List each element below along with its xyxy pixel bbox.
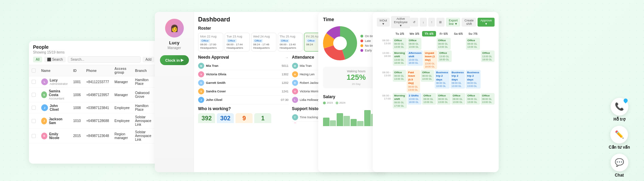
people-panel: People Showing 15/19 items All ⬛ Search … <box>29 41 158 164</box>
shift-cell[interactable]: Office 08:00 GL 13:00 GL <box>466 93 480 105</box>
schedule-day-header: Th 4/5 <box>422 31 436 36</box>
row-branch: Oakwood Grove <box>132 88 154 102</box>
shift-cell[interactable]: Office 08:00 GL 13:00 GL <box>437 93 451 105</box>
row-name: J John Clivel <box>38 102 70 114</box>
schedule-grid: Tu 2/5We 3/5Th 4/5Fr 5/5Sa 6/5Su 7/5 08:… <box>377 31 495 161</box>
shift-cell[interactable]: Office 13:00 GL 18:00 GL <box>438 50 451 62</box>
approve-btn[interactable]: Approve ▼ <box>478 18 495 27</box>
row-branch: Solstar Aerospace Link <box>132 114 154 129</box>
shift-cell[interactable]: Office 08:00 GL 13:00 GL <box>466 38 480 50</box>
roster-day-card: Mon 22 Aug Office 08:00 - 17:00 Headquar… <box>198 33 223 51</box>
shift-cell[interactable]: Business trip 2 days 08:00 GL 13:00 GL <box>450 70 465 89</box>
people-toolbar: All ⬛ Search Add <box>33 56 154 63</box>
table-row[interactable]: E Emily Nicole 2015 +84987123648 Region … <box>29 129 158 144</box>
shift-cell[interactable]: Afternoon shift 13:00 GL 18:00 GL <box>407 50 423 66</box>
all-tab-btn[interactable]: All <box>33 57 42 62</box>
grid-btn[interactable]: ⊞ <box>436 18 445 27</box>
table-row[interactable]: K Kristy Sullivan 1019 +84987133607 Regi… <box>29 144 158 144</box>
row-checkbox[interactable] <box>29 102 38 114</box>
shift-cell[interactable]: Office 08:00 GL 13:00 GL <box>421 70 434 82</box>
shift-cell[interactable]: Office 08:00 GL 13:00 GL <box>393 38 407 50</box>
schedule-header: InOut ▼ Active Employee ▼ ↺ ↓ ↑ ⊞ Export… <box>377 16 495 28</box>
schedule-day-header: Tu 2/5 <box>393 31 407 36</box>
shift-cell[interactable]: Office 08:00 GL 13:00 GL <box>437 38 451 50</box>
approval-item[interactable]: J John Clivel 07:30 <box>198 96 289 104</box>
consult-action[interactable]: ✏️ Cần tư vấn <box>609 126 630 150</box>
refresh-sched-btn[interactable]: ↺ <box>410 18 418 27</box>
table-row[interactable]: S Samira Costa Accountant 1006 +64987123… <box>29 88 158 102</box>
roster-day-card: Tue 23 Aug Office 08:00 - 17:44 Headquar… <box>225 33 250 51</box>
shift-cell[interactable]: Office 08:00 GL 13:00 GL <box>393 70 406 82</box>
shift-cell <box>467 50 480 52</box>
add-btn[interactable]: Add <box>143 57 154 62</box>
row-checkbox[interactable] <box>29 114 38 129</box>
roster-day-card: Wed 24 Aug Office 08:24 - 17:46 Headquar… <box>251 33 276 51</box>
download-btn[interactable]: ↓ <box>420 18 427 27</box>
shift-cell[interactable]: 2 Shifts 13:00 GL 18:00 GL <box>407 93 421 105</box>
row-checkbox[interactable] <box>29 129 38 144</box>
row-name: E Emily Nicole <box>38 129 70 144</box>
in-out-filter[interactable]: InOut ▼ <box>377 18 390 27</box>
table-row[interactable]: J Jackson Sam 1010 +64987128688 Employee… <box>29 114 158 129</box>
shift-cell[interactable]: Business trip 2 days 08:00 GL 13:00 GL <box>466 70 481 89</box>
schedule-time-label: 08:00 - 17:00 <box>377 93 392 100</box>
row-branch: Hamilton Place <box>132 102 154 114</box>
shift-cell <box>481 70 495 72</box>
shift-cell <box>481 38 495 40</box>
approval-item[interactable]: V Victoria Olivia 1302 <box>198 70 289 79</box>
active-employee-filter[interactable]: Active Employee ▼ <box>391 16 410 28</box>
row-checkbox[interactable] <box>29 88 38 102</box>
time-panel-title: Time <box>323 17 334 22</box>
approval-item[interactable]: M Mia Tran 5011 <box>198 62 289 70</box>
pencil-icon-circle: ✏️ <box>610 126 628 144</box>
shift-cell[interactable]: Office 08:00 GL 13:00 GL <box>422 93 436 105</box>
people-header: People Showing 15/19 items All ⬛ Search … <box>29 41 158 65</box>
shift-cell[interactable]: Unpaid leave (1 day) 13:00 GL 18:00 GL <box>423 50 437 69</box>
shift-cell[interactable]: Office 08:00 GL 13:00 GL <box>481 93 495 105</box>
search-input[interactable] <box>68 56 141 63</box>
bar-prev <box>357 121 364 126</box>
create-shift-btn[interactable]: Create shift <box>462 18 476 27</box>
shift-cell[interactable]: Morning shift 13:00 GL 18:00 GL <box>393 50 406 66</box>
row-phone: +84987123648 <box>83 129 112 144</box>
approval-item[interactable]: G Garrett Smith 1202 <box>198 79 289 87</box>
shift-cell[interactable]: Office 08:00 GL 13:00 GL <box>407 38 421 50</box>
row-access: Employee <box>112 102 132 114</box>
schedule-day-header: Sa 6/5 <box>451 31 465 36</box>
col-branch: Branch <box>132 65 154 76</box>
approval-item[interactable]: S Sandra Coser 1241 <box>198 87 289 96</box>
schedule-time-label: 08:00 - 13:00 <box>377 38 392 45</box>
row-checkbox[interactable] <box>29 76 38 88</box>
support-action[interactable]: 📞 Hỗ trợ <box>611 98 628 122</box>
table-row[interactable]: J John Clivel 1008 +03987123841 Employee… <box>29 102 158 114</box>
shift-cell[interactable]: Morning shift 08:00 GL 17:00 GL <box>393 93 407 108</box>
shift-cell[interactable]: Office 13:00 GL 18:00 GL <box>481 50 495 62</box>
schedule-day-header: Su 7/5 <box>466 31 480 36</box>
upload-btn[interactable]: ↑ <box>428 18 435 27</box>
clock-in-btn[interactable]: Clock in ▶ <box>160 55 189 65</box>
table-row[interactable]: L Lucy Administrator 1001 +84112233777 M… <box>29 76 158 88</box>
row-phone: +03987123841 <box>83 102 112 114</box>
col-phone: Phone <box>83 65 112 76</box>
row-access: Employee <box>112 114 132 129</box>
shift-cell[interactable]: Office 08:00 GL 13:00 GL <box>451 93 465 105</box>
schedule-day-header: Fr 5/5 <box>437 31 451 36</box>
salary-year2: 2024 <box>339 101 345 104</box>
shift-cell[interactable]: Business trip 2 days 08:00 GL 13:00 GL <box>435 70 450 89</box>
schedule-row: 08:00 - 17:00 Morning shift 08:00 GL 17:… <box>377 93 495 108</box>
chat-bubble-icon: 💬 <box>611 154 628 171</box>
col-checkbox <box>29 65 38 76</box>
attendance-title: Attendance <box>292 55 314 60</box>
row-access: Region manager <box>112 144 132 144</box>
people-subtitle: Showing 15/19 items <box>33 50 154 54</box>
row-checkbox[interactable] <box>29 144 38 144</box>
schedule-time-label: 08:00 - 13:00 <box>377 70 392 77</box>
search-btn[interactable]: ⬛ Search <box>44 57 65 62</box>
shift-cell[interactable]: Paid leave (0.5 day) 08:00 GL 13:00 GL <box>407 70 420 92</box>
bar-current <box>323 118 329 126</box>
working-card: 9 Missing <box>236 113 253 123</box>
svg-point-3 <box>328 31 352 55</box>
chat-action[interactable]: 💬 Chat <box>611 154 628 178</box>
export-btn[interactable]: Export line ▼ <box>446 18 460 27</box>
row-id: 2015 <box>70 129 83 144</box>
